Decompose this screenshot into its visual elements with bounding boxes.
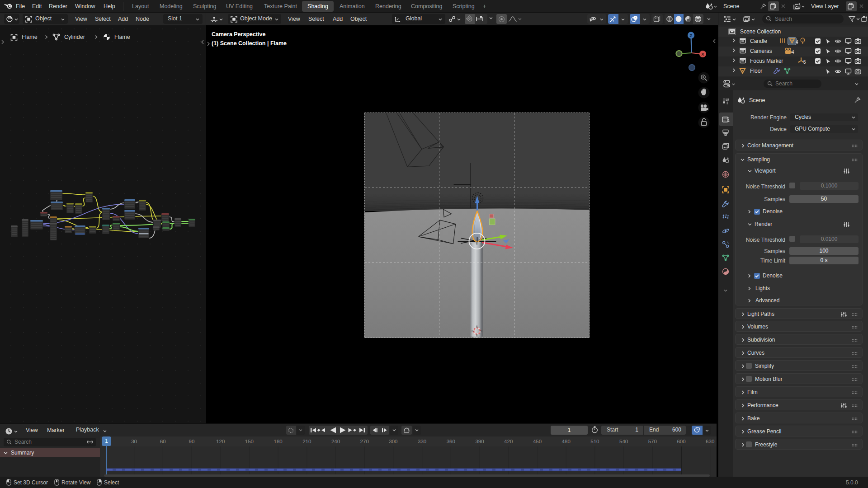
svg-text:300: 300 — [389, 439, 397, 444]
svg-text:420: 420 — [504, 439, 513, 444]
svg-text:X: X — [701, 52, 704, 56]
svg-text:270: 270 — [360, 439, 369, 444]
svg-text:Z: Z — [690, 33, 693, 38]
svg-text:540: 540 — [619, 439, 628, 444]
svg-text:90: 90 — [189, 439, 195, 444]
svg-text:510: 510 — [590, 439, 599, 444]
svg-text:330: 330 — [418, 439, 426, 444]
svg-text:630: 630 — [706, 439, 714, 444]
svg-text:120: 120 — [216, 439, 225, 444]
svg-text:600: 600 — [677, 439, 685, 444]
svg-text:360: 360 — [447, 439, 455, 444]
svg-text:480: 480 — [562, 439, 571, 444]
svg-text:180: 180 — [274, 439, 283, 444]
svg-text:60: 60 — [160, 439, 166, 444]
svg-text:210: 210 — [302, 439, 311, 444]
svg-text:30: 30 — [131, 439, 137, 444]
svg-text:570: 570 — [648, 439, 657, 444]
svg-text:450: 450 — [533, 439, 542, 444]
svg-text:150: 150 — [245, 439, 254, 444]
svg-text:240: 240 — [331, 439, 340, 444]
svg-text:390: 390 — [475, 439, 484, 444]
